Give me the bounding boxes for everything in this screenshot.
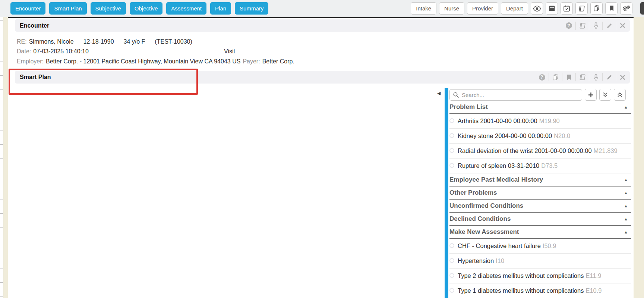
- payer-label: Payer:: [243, 58, 260, 65]
- close-icon: [620, 75, 625, 80]
- bookmark-button[interactable]: [562, 73, 575, 81]
- condition-item[interactable]: HypertensionI10: [449, 254, 631, 269]
- condition-item[interactable]: Type 2 diabetes mellitus without complic…: [449, 269, 631, 283]
- condition-item[interactable]: Type 1 diabetes mellitus without complic…: [449, 283, 631, 298]
- pencil-button[interactable]: [602, 22, 616, 30]
- copy-button[interactable]: [590, 2, 603, 15]
- tab-summary[interactable]: Summary: [235, 2, 268, 15]
- condition-code: M19.90: [539, 117, 560, 124]
- help-icon: ?: [539, 74, 545, 81]
- tab-encounter[interactable]: Encounter: [10, 2, 45, 15]
- section-title: Make New Assessment: [449, 228, 519, 236]
- employer-payer-row: Employer:Better Corp. - 12001 Pacific Co…: [17, 58, 294, 65]
- sidebar-toolbar-buttons: [582, 89, 626, 101]
- close-button[interactable]: [616, 73, 629, 81]
- provider-button[interactable]: Provider: [467, 2, 498, 15]
- sidebar-sections: Problem List▲Arthritis 2001-00-00 00:00:…: [449, 101, 631, 298]
- condition-item[interactable]: CHF - Congestive heart failureI50.9: [449, 239, 631, 254]
- radio-icon[interactable]: [449, 148, 454, 153]
- radio-icon[interactable]: [449, 133, 454, 138]
- patient-record-id: (TEST-10030): [155, 38, 192, 45]
- tab-objective[interactable]: Objective: [130, 2, 163, 15]
- copy-button[interactable]: [549, 73, 562, 81]
- book-button[interactable]: [575, 73, 589, 81]
- section-title: Unconfirmed Conditions: [449, 202, 523, 210]
- chevron-double-down-button[interactable]: [599, 89, 611, 101]
- condition-item[interactable]: Rupture of spleen 03-31-2010D73.5: [449, 159, 631, 173]
- condition-item[interactable]: Arthritis 2001-00-00 00:00:00M19.90: [449, 114, 631, 129]
- plus-button[interactable]: [585, 89, 597, 101]
- radio-icon[interactable]: [449, 288, 454, 293]
- encounter-date-row: Date:07-03-2025 10:40:10: [17, 48, 89, 55]
- radio-icon[interactable]: [449, 258, 454, 263]
- chevron-double-up-button[interactable]: [614, 89, 626, 101]
- intake-button[interactable]: Intake: [411, 2, 436, 15]
- book-button[interactable]: [575, 22, 589, 30]
- employer-value: Better Corp. - 12001 Pacific Coast Highw…: [46, 58, 240, 65]
- close-button[interactable]: [616, 22, 629, 30]
- gears-button[interactable]: [620, 2, 632, 15]
- section-header-make-new-assessment[interactable]: Make New Assessment▲: [449, 226, 631, 239]
- sidebar-collapse-icon[interactable]: ◀: [437, 91, 441, 95]
- condition-text: Type 2 diabetes mellitus without complic…: [458, 272, 584, 279]
- smart-plan-header-actions: ?: [535, 71, 629, 84]
- radio-icon[interactable]: [449, 163, 454, 168]
- section-header-employee-past-medical-history[interactable]: Employee Past Medical History▲: [449, 173, 631, 186]
- smart-plan-section-header: Smart Plan ?: [15, 71, 630, 84]
- book-button[interactable]: [575, 2, 588, 15]
- condition-text: Hypertension: [458, 257, 494, 264]
- search-input[interactable]: [449, 89, 582, 101]
- radio-icon[interactable]: [449, 273, 454, 278]
- depart-button[interactable]: Depart: [501, 2, 528, 15]
- help-button[interactable]: ?: [562, 22, 575, 30]
- section-header-other-problems[interactable]: Other Problems▲: [449, 186, 631, 200]
- pencil-icon: [606, 74, 612, 80]
- encounter-header-actions: ?: [562, 19, 629, 32]
- left-page-margin: [3, 17, 8, 298]
- sidebar-section-problem-list: Problem List▲Arthritis 2001-00-00 00:00:…: [449, 101, 631, 173]
- tab-assessment[interactable]: Assessment: [166, 2, 206, 15]
- eye-icon: [533, 6, 541, 12]
- condition-text: Radial deviation of the wrist 2001-00-00…: [458, 147, 592, 154]
- tab-smart-plan[interactable]: Smart Plan: [49, 2, 86, 15]
- help-button[interactable]: ?: [535, 73, 549, 81]
- employer-label: Employer:: [17, 58, 44, 65]
- encounter-section-header: Encounter ?: [15, 19, 630, 32]
- plus-icon: [588, 92, 594, 98]
- condition-code: D73.5: [541, 162, 558, 169]
- encounter-date: 07-03-2025 10:40:10: [33, 48, 89, 54]
- patient-identity-row: RE:Simmons, Nicole12-18-199034 y/o F(TES…: [17, 38, 192, 45]
- bookmark-button[interactable]: [605, 2, 618, 15]
- archive-button[interactable]: [546, 2, 558, 15]
- encounter-title: Encounter: [20, 22, 49, 29]
- microphone-button[interactable]: [589, 22, 602, 30]
- section-title: Problem List: [449, 103, 488, 111]
- condition-text: CHF - Congestive heart failure: [458, 242, 541, 249]
- section-header-declined-conditions[interactable]: Declined Conditions▲: [449, 213, 631, 226]
- collapse-arrow-icon: ▲: [624, 204, 628, 208]
- condition-item[interactable]: Kidney stone 2004-00-00 00:00:00N20.0: [449, 129, 631, 144]
- bookmark-icon: [609, 6, 614, 11]
- patient-dob: 12-18-1990: [83, 38, 114, 45]
- section-title: Employee Past Medical History: [449, 176, 543, 183]
- sidebar-section-employee-past-medical-history: Employee Past Medical History▲: [449, 173, 631, 186]
- microphone-icon: [594, 22, 598, 29]
- radio-icon[interactable]: [449, 118, 454, 123]
- tab-plan[interactable]: Plan: [210, 2, 231, 15]
- collapse-arrow-icon: ▲: [624, 178, 628, 182]
- book-icon: [579, 74, 585, 80]
- nurse-button[interactable]: Nurse: [439, 2, 464, 15]
- tab-subjective[interactable]: Subjective: [91, 2, 126, 15]
- eye-button[interactable]: [531, 2, 543, 15]
- calendar-check-button[interactable]: [561, 2, 573, 15]
- radio-icon[interactable]: [449, 243, 454, 248]
- condition-text: Arthritis 2001-00-00 00:00:00: [458, 117, 537, 124]
- pencil-button[interactable]: [602, 73, 616, 81]
- condition-item[interactable]: Radial deviation of the wrist 2001-00-00…: [449, 144, 631, 159]
- date-label: Date:: [17, 48, 31, 54]
- section-header-unconfirmed-conditions[interactable]: Unconfirmed Conditions▲: [449, 200, 631, 213]
- section-header-problem-list[interactable]: Problem List▲: [449, 101, 631, 114]
- book-icon: [578, 6, 585, 12]
- edge-panel-button[interactable]: [640, 2, 644, 15]
- microphone-button[interactable]: [589, 73, 602, 81]
